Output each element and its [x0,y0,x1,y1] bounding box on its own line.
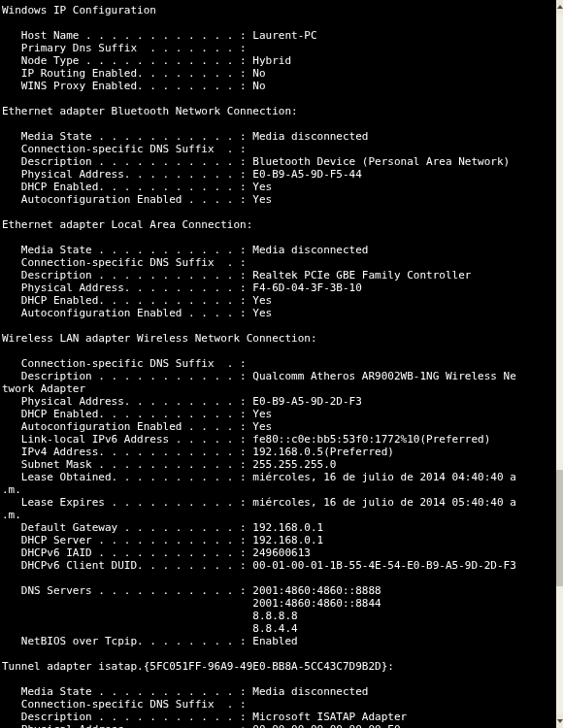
bt-desc-value: Bluetooth Device (Personal Area Network) [252,155,510,168]
lan-dhcp-value: Yes [252,294,272,307]
wlan-leaseobt-label: Lease Obtained. . . . . . . . . . : [2,471,252,483]
lan-media-label: Media State . . . . . . . . . . . : [2,244,252,256]
ip-routing-value: No [252,67,265,80]
bt-phys-label: Physical Address. . . . . . . . . : [2,168,252,181]
wlan-auto-label: Autoconfiguration Enabled . . . . : [2,420,252,433]
wlan-gw-value: 192.168.0.1 [252,521,323,534]
wlan-css-label: Connection-specific DNS Suffix . : [2,357,247,370]
wlan-nbt-label: NetBIOS over Tcpip. . . . . . . . : [2,635,252,647]
chevron-up-icon [557,5,563,9]
isatap-media-label: Media State . . . . . . . . . . . : [2,685,252,698]
wlan-dns-value-3: 8.8.8.8 [252,610,297,622]
wins-proxy-label: WINS Proxy Enabled. . . . . . . . : [2,80,252,92]
wlan-nbt-value: Enabled [252,635,297,647]
lan-phys-label: Physical Address. . . . . . . . . : [2,281,252,294]
node-type-label: Node Type . . . . . . . . . . . . : [2,54,252,67]
wlan-ipv4-value: 192.168.0.5(Preferred) [252,446,394,458]
wins-proxy-value: No [252,80,265,92]
scrollbar-thumb[interactable] [556,470,563,586]
wlan-mask-value: 255.255.255.0 [252,458,336,471]
vertical-scrollbar[interactable] [556,0,563,728]
wlan-gw-label: Default Gateway . . . . . . . . . : [2,521,252,534]
lan-desc-value: Realtek PCIe GBE Family Controller [252,269,471,281]
lan-adapter-header: Ethernet adapter Local Area Connection: [2,218,252,231]
lan-dhcp-label: DHCP Enabled. . . . . . . . . . . : [2,294,252,307]
wlan-dns-value-2: 2001:4860:4860::8844 [252,597,381,610]
isatap-desc-value: Microsoft ISATAP Adapter [252,711,407,723]
bt-css-label: Connection-specific DNS Suffix . : [2,143,247,155]
wlan-duid-label: DHCPv6 Client DUID. . . . . . . . : [2,559,252,572]
bt-auto-value: Yes [252,193,272,206]
wlan-dns-pad [2,610,252,622]
chevron-down-icon [557,719,563,723]
wlan-dhcp-value: Yes [252,408,272,420]
lan-auto-value: Yes [252,307,272,319]
lan-auto-label: Autoconfiguration Enabled . . . . : [2,307,252,319]
node-type-value: Hybrid [252,54,291,67]
host-name-label: Host Name . . . . . . . . . . . . : [2,29,252,42]
wlan-leaseexp-value-2: .m. [2,509,21,521]
wlan-dns-pad [2,622,252,635]
wlan-leaseexp-label: Lease Expires . . . . . . . . . . : [2,496,252,509]
terminal-output: Windows IP Configuration Host Name . . .… [0,0,560,728]
wlan-dns-pad [2,597,252,610]
bt-auto-label: Autoconfiguration Enabled . . . . : [2,193,252,206]
wlan-ipv4-label: IPv4 Address. . . . . . . . . . . : [2,446,252,458]
scroll-down-button[interactable] [556,714,563,728]
wlan-desc-value-2: twork Adapter [2,382,85,395]
bt-desc-label: Description . . . . . . . . . . . : [2,155,252,168]
wlan-mask-label: Subnet Mask . . . . . . . . . . . : [2,458,252,471]
wlan-auto-value: Yes [252,420,272,433]
wlan-dns-value-4: 8.8.4.4 [252,622,297,635]
bt-media-value: Media disconnected [252,130,368,143]
bluetooth-adapter-header: Ethernet adapter Bluetooth Network Conne… [2,105,298,117]
wlan-leaseobt-value-2: .m. [2,483,21,496]
ip-routing-label: IP Routing Enabled. . . . . . . . : [2,67,252,80]
wlan-iaid-label: DHCPv6 IAID . . . . . . . . . . . : [2,546,252,559]
host-name-value: Laurent-PC [252,29,316,42]
wlan-dhcpsrv-label: DHCP Server . . . . . . . . . . . : [2,534,252,546]
bt-media-label: Media State . . . . . . . . . . . : [2,130,252,143]
wlan-dhcp-label: DHCP Enabled. . . . . . . . . . . : [2,408,252,420]
isatap-media-value: Media disconnected [252,685,368,698]
isatap-css-label: Connection-specific DNS Suffix . : [2,698,247,711]
lan-phys-value: F4-6D-04-3F-3B-10 [252,281,362,294]
wlan-phys-value: E0-B9-A5-9D-2D-F3 [252,395,362,408]
wlan-dns-label: DNS Servers . . . . . . . . . . . : [2,584,252,597]
ipconfig-title: Windows IP Configuration [2,4,156,17]
primary-dns-label: Primary Dns Suffix . . . . . . . : [2,42,247,54]
wlan-phys-label: Physical Address. . . . . . . . . : [2,395,252,408]
wlan-dhcpsrv-value: 192.168.0.1 [252,534,323,546]
lan-desc-label: Description . . . . . . . . . . . : [2,269,252,281]
lan-media-value: Media disconnected [252,244,368,256]
wlan-ll6-value: fe80::c0e:bb5:53f0:1772%10(Preferred) [252,433,490,446]
wlan-leaseexp-value-1: miércoles, 16 de julio de 2014 05:40:40 … [252,496,516,509]
wlan-ll6-label: Link-local IPv6 Address . . . . . : [2,433,252,446]
isatap-adapter-header: Tunnel adapter isatap.{5FC051FF-96A9-49E… [2,660,394,673]
wlan-dns-value-1: 2001:4860:4860::8888 [252,584,381,597]
bt-dhcp-value: Yes [252,181,272,193]
scroll-up-button[interactable] [556,0,563,14]
wlan-leaseobt-value-1: miércoles, 16 de julio de 2014 04:40:40 … [252,471,516,483]
wlan-duid-value: 00-01-00-01-1B-55-4E-54-E0-B9-A5-9D-2D-F… [252,559,516,572]
bt-dhcp-label: DHCP Enabled. . . . . . . . . . . : [2,181,252,193]
wlan-adapter-header: Wireless LAN adapter Wireless Network Co… [2,332,317,345]
lan-css-label: Connection-specific DNS Suffix . : [2,256,247,269]
isatap-desc-label: Description . . . . . . . . . . . : [2,711,252,723]
wlan-desc-value-1: Qualcomm Atheros AR9002WB-1NG Wireless N… [252,370,516,382]
wlan-desc-label: Description . . . . . . . . . . . : [2,370,252,382]
scrollbar-track[interactable] [556,14,563,714]
wlan-iaid-value: 249600613 [252,546,311,559]
isatap-phys-value: 00-00-00-00-00-00-00-E0 [252,723,400,728]
bt-phys-value: E0-B9-A5-9D-F5-44 [252,168,362,181]
isatap-phys-label: Physical Address. . . . . . . . . : [2,723,252,728]
